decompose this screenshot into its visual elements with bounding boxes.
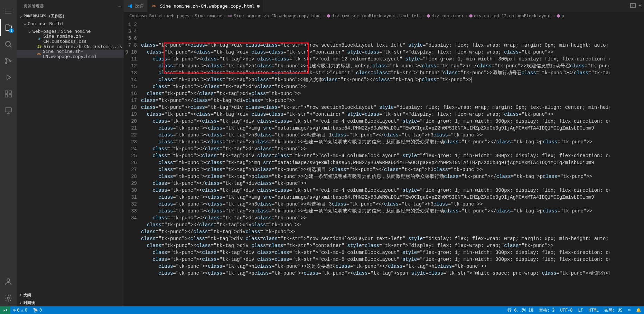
sidebar-title: 资源管理器 ⋯: [17, 0, 124, 12]
explorer-icon[interactable]: 1: [0, 19, 17, 36]
activity-bar: 1: [0, 0, 17, 314]
svg-point-10: [7, 297, 9, 299]
line-numbers: 1 2 3 4 5 6 7 8 9 10 11 12 13 14 15 16 1…: [124, 20, 141, 306]
remote-explorer-icon[interactable]: [0, 102, 17, 119]
status-bell-icon[interactable]: 🔔: [633, 306, 644, 314]
outline-header[interactable]: ›大纲: [17, 291, 124, 299]
status-encoding[interactable]: UTF-8: [557, 306, 575, 314]
svg-rect-8: [5, 108, 11, 112]
file-css[interactable]: #Sine nomine.zh-CN.customcss.css: [17, 35, 124, 42]
minimap[interactable]: [609, 20, 644, 306]
file-html[interactable]: <>Sine nomine.zh-CN.webpage.copy.html: [17, 50, 124, 58]
modified-dot-icon: [257, 5, 260, 8]
extensions-icon[interactable]: [0, 86, 17, 102]
status-cursor[interactable]: 行 6, 列 18: [505, 306, 536, 314]
run-debug-icon[interactable]: [0, 69, 17, 86]
remote-indicator[interactable]: [0, 306, 10, 314]
tab-welcome[interactable]: 欢迎: [124, 0, 148, 12]
svg-rect-5: [9, 91, 11, 93]
css-file-icon: #: [37, 37, 42, 41]
settings-icon[interactable]: [0, 290, 17, 306]
svg-rect-4: [5, 91, 8, 93]
js-file-icon: JS: [37, 45, 42, 48]
html-file-icon: <>: [37, 52, 41, 56]
folder-contoso[interactable]: ⌄Contoso Build: [17, 20, 124, 27]
explorer-badge: 1: [9, 28, 14, 33]
vscode-icon: [127, 3, 133, 9]
status-feedback-icon[interactable]: ☺: [625, 306, 633, 314]
tab-bar: 欢迎 <>Sine nomine.zh-CN.webpage.copy.html…: [124, 0, 644, 12]
editor-area: 欢迎 <>Sine nomine.zh-CN.webpage.copy.html…: [124, 0, 644, 306]
svg-point-9: [7, 279, 10, 282]
code-content[interactable]: class="tk-punc"><class="tk-tag">div clas…: [141, 20, 609, 306]
svg-rect-7: [9, 95, 11, 97]
status-spaces[interactable]: 空格: 2: [536, 306, 558, 314]
accounts-icon[interactable]: [0, 273, 17, 290]
search-icon[interactable]: [0, 36, 17, 53]
svg-rect-6: [5, 95, 8, 97]
status-bar: ⊗0⚠0 📡0 行 6, 列 18 空格: 2 UTF-8 LF HTML 布局…: [0, 306, 644, 314]
svg-point-1: [6, 58, 7, 59]
more-actions-icon[interactable]: ⋯: [638, 3, 641, 9]
explorer-sidebar: 资源管理器 ⋯ ⌄POWERPAGES (工作区) ⌄Contoso Build…: [17, 0, 124, 306]
tab-file[interactable]: <>Sine nomine.zh-CN.webpage.copy.html: [148, 0, 263, 12]
status-ports[interactable]: 📡0: [30, 306, 45, 314]
source-control-icon[interactable]: [0, 53, 17, 69]
svg-point-0: [6, 41, 10, 46]
status-language[interactable]: HTML: [586, 306, 601, 314]
split-editor-icon[interactable]: [630, 3, 636, 9]
menu-icon[interactable]: [0, 3, 17, 19]
code-editor[interactable]: 1 2 3 4 5 6 7 8 9 10 11 12 13 14 15 16 1…: [124, 20, 644, 306]
breadcrumbs[interactable]: Contoso Build› web-pages› Sine nomine› <…: [124, 12, 644, 20]
status-problems[interactable]: ⊗0⚠0: [10, 306, 30, 314]
html-file-icon: <>: [151, 4, 157, 8]
timeline-header[interactable]: ›时间线: [17, 299, 124, 306]
status-eol[interactable]: LF: [576, 306, 586, 314]
svg-point-2: [6, 62, 7, 64]
workspace-header[interactable]: ⌄POWERPAGES (工作区): [17, 12, 124, 20]
status-layout[interactable]: 布局: US: [601, 306, 625, 314]
sidebar-more-icon[interactable]: ⋯: [118, 4, 121, 8]
